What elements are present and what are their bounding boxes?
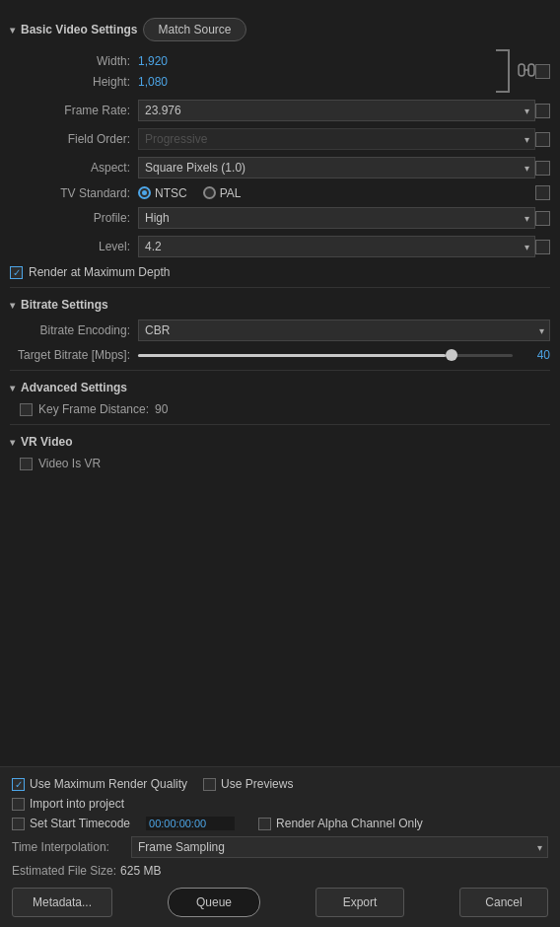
- import-project-label: Import into project: [30, 797, 124, 811]
- bottom-row-1: Use Maximum Render Quality Use Previews: [12, 777, 548, 791]
- use-max-quality-label: Use Maximum Render Quality: [30, 777, 187, 791]
- use-previews-checkbox[interactable]: [203, 778, 216, 791]
- level-label: Level:: [10, 240, 138, 253]
- basic-video-section-header: ▾ Basic Video Settings Match Source: [10, 18, 550, 41]
- import-project-checkbox[interactable]: [12, 798, 25, 811]
- bitrate-slider-thumb[interactable]: [446, 349, 457, 361]
- field-order-checkbox[interactable]: [535, 132, 550, 147]
- field-order-label: Field Order:: [10, 132, 138, 146]
- pal-radio[interactable]: PAL: [203, 186, 242, 200]
- render-max-depth-checkbox[interactable]: [10, 266, 23, 279]
- frame-rate-row: Frame Rate: 23.976 24 25 29.97 30: [10, 100, 550, 121]
- svg-rect-0: [519, 64, 525, 76]
- height-input[interactable]: 1,080: [138, 75, 197, 89]
- dimension-link-bracket: [496, 49, 510, 93]
- render-max-depth-row: Render at Maximum Depth: [10, 265, 550, 279]
- metadata-button[interactable]: Metadata...: [12, 888, 112, 917]
- bitrate-encoding-select[interactable]: CBR VBR, 1 Pass VBR, 2 Pass: [138, 320, 550, 341]
- export-button[interactable]: Export: [315, 888, 404, 917]
- link-dimensions-button[interactable]: [518, 63, 535, 80]
- target-bitrate-slider-wrapper: 40: [138, 348, 550, 362]
- tv-standard-label: TV Standard:: [10, 186, 138, 200]
- ntsc-radio[interactable]: NTSC: [138, 186, 187, 200]
- file-size-label: Estimated File Size:: [12, 864, 116, 878]
- scrollable-area[interactable]: ▾ Basic Video Settings Match Source Widt…: [0, 0, 560, 766]
- profile-select-wrapper: High Main Baseline: [138, 207, 535, 229]
- vr-title: VR Video: [21, 435, 72, 449]
- profile-checkbox[interactable]: [535, 211, 550, 226]
- width-height-checkbox[interactable]: [535, 64, 550, 79]
- frame-rate-wrapper: 23.976 24 25 29.97 30: [138, 100, 535, 121]
- match-source-button[interactable]: Match Source: [143, 18, 245, 41]
- set-start-tc-label: Set Start Timecode: [30, 817, 130, 830]
- interpolation-label: Time Interpolation:: [12, 840, 109, 854]
- bitrate-encoding-row: Bitrate Encoding: CBR VBR, 1 Pass VBR, 2…: [10, 320, 550, 341]
- bitrate-value: 40: [521, 348, 550, 362]
- aspect-wrapper: Square Pixels (1.0): [138, 157, 535, 178]
- advanced-title: Advanced Settings: [21, 381, 127, 394]
- divider-1: [10, 287, 550, 288]
- set-start-tc-item: Set Start Timecode: [12, 817, 130, 830]
- bitrate-encoding-select-wrapper: CBR VBR, 1 Pass VBR, 2 Pass: [138, 320, 550, 341]
- pal-label: PAL: [220, 186, 242, 200]
- bitrate-slider-track: [138, 354, 513, 357]
- bitrate-encoding-label: Bitrate Encoding:: [10, 323, 138, 337]
- pal-radio-circle: [203, 186, 216, 199]
- video-is-vr-checkbox[interactable]: [20, 458, 33, 470]
- timecode-input[interactable]: 00:00:00:00: [146, 817, 235, 830]
- target-bitrate-row: Target Bitrate [Mbps]: 40: [10, 348, 550, 362]
- frame-rate-checkbox[interactable]: [535, 104, 550, 118]
- tv-standard-radio-group: NTSC PAL: [138, 186, 535, 200]
- profile-label: Profile:: [10, 211, 138, 225]
- bottom-bar: Use Maximum Render Quality Use Previews …: [0, 766, 560, 927]
- profile-select[interactable]: High Main Baseline: [138, 207, 535, 229]
- keyframe-distance-row: Key Frame Distance: 90: [10, 402, 550, 416]
- advanced-section-header: ▾ Advanced Settings: [10, 381, 550, 394]
- level-select[interactable]: 4.2 4.1 4.0: [138, 236, 535, 257]
- frame-rate-label: Frame Rate:: [10, 104, 138, 117]
- tv-standard-checkbox[interactable]: [535, 185, 550, 200]
- height-row: Height: 1,080: [10, 75, 492, 89]
- bitrate-title: Bitrate Settings: [21, 298, 108, 312]
- aspect-row: Aspect: Square Pixels (1.0): [10, 157, 550, 178]
- queue-button[interactable]: Queue: [168, 888, 260, 917]
- ntsc-radio-circle: [138, 186, 151, 199]
- aspect-checkbox[interactable]: [535, 161, 550, 176]
- field-order-select[interactable]: Progressive: [138, 128, 535, 150]
- profile-wrapper: High Main Baseline: [138, 207, 535, 229]
- use-previews-item: Use Previews: [203, 777, 293, 791]
- render-max-depth-label: Render at Maximum Depth: [29, 265, 170, 279]
- aspect-select[interactable]: Square Pixels (1.0): [138, 157, 535, 178]
- level-checkbox[interactable]: [535, 240, 550, 254]
- keyframe-distance-checkbox[interactable]: [20, 403, 33, 416]
- keyframe-distance-value: 90: [155, 402, 168, 416]
- frame-rate-select[interactable]: 23.976 24 25 29.97 30: [138, 100, 535, 121]
- level-wrapper: 4.2 4.1 4.0: [138, 236, 535, 257]
- width-input[interactable]: 1,920: [138, 54, 197, 68]
- chevron-down-icon: ▾: [10, 25, 15, 36]
- use-max-quality-checkbox[interactable]: [12, 778, 25, 791]
- bottom-row-4: Time Interpolation: Frame Sampling Frame…: [12, 836, 548, 858]
- vr-section-header: ▾ VR Video: [10, 435, 550, 449]
- interpolation-select[interactable]: Frame Sampling Frame Blending Optical Fl…: [131, 836, 548, 858]
- width-label: Width:: [10, 54, 138, 68]
- divider-3: [10, 424, 550, 425]
- field-order-row: Field Order: Progressive: [10, 128, 550, 150]
- level-row: Level: 4.2 4.1 4.0: [10, 236, 550, 257]
- file-size-row: Estimated File Size: 625 MB: [12, 864, 548, 878]
- keyframe-distance-label: Key Frame Distance:: [38, 402, 149, 416]
- bitrate-section-header: ▾ Bitrate Settings: [10, 298, 550, 312]
- render-alpha-checkbox[interactable]: [258, 818, 271, 830]
- level-select-wrapper: 4.2 4.1 4.0: [138, 236, 535, 257]
- cancel-button[interactable]: Cancel: [459, 888, 548, 917]
- field-order-select-wrapper: Progressive: [138, 128, 535, 150]
- frame-rate-select-wrapper: 23.976 24 25 29.97 30: [138, 100, 535, 121]
- tv-standard-row: TV Standard: NTSC PAL: [10, 185, 550, 200]
- profile-row: Profile: High Main Baseline: [10, 207, 550, 229]
- buttons-row: Metadata... Queue Export Cancel: [12, 888, 548, 917]
- import-project-item: Import into project: [12, 797, 124, 811]
- video-is-vr-label: Video Is VR: [38, 457, 101, 470]
- video-is-vr-row: Video Is VR: [10, 457, 550, 470]
- set-start-tc-checkbox[interactable]: [12, 818, 25, 830]
- interpolation-select-wrapper: Frame Sampling Frame Blending Optical Fl…: [131, 836, 548, 858]
